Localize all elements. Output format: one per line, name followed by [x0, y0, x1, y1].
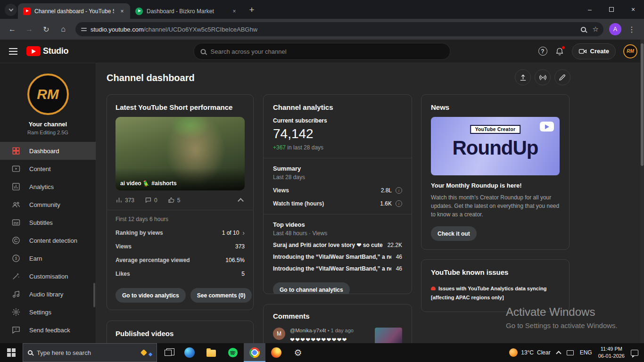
address-bar[interactable]: studio.youtube.com/channel/UCDo6YXw5c5RC… — [75, 22, 603, 36]
short-age-text: First 12 days 6 hours — [116, 216, 245, 222]
roundup-banner[interactable]: YouTube Creator RoundUp — [431, 117, 560, 175]
taskbar-settings[interactable]: ⚙ — [287, 343, 309, 362]
studio-search-bar[interactable] — [194, 43, 451, 60]
studio-account-avatar[interactable]: RM — [623, 44, 637, 58]
go-to-video-analytics-button[interactable]: Go to video analytics — [116, 288, 186, 303]
taskbar-spotify[interactable] — [222, 343, 244, 362]
forward-button[interactable]: → — [22, 22, 37, 37]
weather-temp: 13°C — [521, 349, 534, 356]
tray-chevron-up-icon[interactable] — [556, 351, 561, 356]
tab-youtube-studio[interactable]: Channel dashboard - YouTube S × — [18, 3, 130, 19]
window-controls: – × — [579, 0, 644, 19]
dashboard-main: Channel dashboard Latest YouTube Short p… — [96, 63, 640, 343]
subscribers-delta: +367 in last 28 days — [273, 144, 402, 151]
tab-close-icon[interactable]: × — [230, 7, 239, 16]
sidebar-item-analytics[interactable]: Analytics — [0, 178, 96, 196]
window-minimize-button[interactable]: – — [579, 0, 601, 19]
notifications-bell-icon[interactable] — [555, 47, 564, 56]
comment-video-thumbnail[interactable] — [375, 328, 402, 343]
info-icon[interactable]: i — [396, 200, 402, 207]
sidebar-item-content-detection[interactable]: Content detection — [0, 231, 96, 249]
tab-close-icon[interactable]: × — [118, 7, 126, 16]
collapse-chevron-icon[interactable] — [238, 198, 244, 204]
see-comments-button[interactable]: See comments (0) — [190, 288, 252, 303]
studio-sidebar: RM Your channel Ram Editing 2.5G Dashboa… — [0, 63, 96, 343]
studio-search-input[interactable] — [211, 48, 444, 55]
language-indicator[interactable]: ENG — [580, 349, 592, 356]
display-tray-icon[interactable] — [567, 350, 574, 355]
spotify-icon — [228, 347, 238, 358]
commenter-avatar[interactable]: M — [273, 328, 285, 340]
sidebar-item-subtitles[interactable]: Subtitles — [0, 214, 96, 231]
subtitles-icon — [11, 218, 21, 227]
browser-profile-avatar[interactable]: A — [609, 23, 621, 35]
info-icon[interactable]: i — [396, 187, 402, 194]
chevron-right-icon[interactable]: › — [242, 230, 245, 236]
top-video-row[interactable]: Introducing the “VitalWear SmartBand,” a… — [273, 265, 402, 272]
check-it-out-button[interactable]: Check it out — [431, 226, 477, 241]
studio-wordmark: Studio — [43, 46, 68, 56]
action-center-icon[interactable] — [631, 350, 638, 356]
top-video-row[interactable]: Introducing the “VitalWear SmartBand,” a… — [273, 254, 402, 260]
edit-button[interactable] — [554, 69, 570, 85]
home-button[interactable]: ⌂ — [56, 22, 71, 37]
window-maximize-button[interactable] — [601, 0, 622, 19]
page-scrollbar[interactable] — [640, 40, 644, 343]
sidebar-item-customisation[interactable]: Customisation — [0, 267, 96, 285]
browser-menu-icon[interactable]: ⋮ — [624, 22, 639, 37]
comment-item[interactable]: M @Monika-y7x4t • 1 day ago ❤❤❤❤❤❤❤❤❤❤❤ — [273, 328, 402, 343]
start-button[interactable] — [0, 343, 23, 362]
site-settings-icon[interactable] — [81, 28, 87, 31]
short-stats-row: 373 0 5 — [116, 197, 245, 204]
taskbar-clock[interactable]: 11:49 PM 06-01-2026 — [598, 346, 625, 360]
card-title: News — [431, 103, 560, 111]
sidebar-item-content[interactable]: Content — [0, 160, 96, 178]
clock-time: 11:49 PM — [598, 346, 625, 353]
card-title: Latest YouTube Short performance — [116, 103, 245, 111]
short-thumbnail[interactable]: ai video 🦜 #aishorts — [116, 117, 245, 190]
hamburger-menu-icon[interactable] — [0, 51, 26, 52]
channel-avatar[interactable]: RM — [27, 74, 69, 115]
url-text: studio.youtube.com/channel/UCDo6YXw5c5RC… — [91, 26, 257, 33]
maximize-icon — [609, 7, 614, 12]
subscribers-count: 74,142 — [273, 126, 402, 141]
reload-button[interactable]: ↻ — [39, 22, 54, 37]
top-video-row[interactable]: Suraj and Priti actor love story ❤ so cu… — [273, 242, 402, 248]
sidebar-item-send-feedback[interactable]: Send feedback — [0, 321, 96, 339]
help-icon[interactable]: ? — [538, 47, 547, 56]
task-view-button[interactable] — [157, 343, 179, 362]
taskbar-file-explorer[interactable] — [200, 343, 222, 362]
go-to-channel-analytics-button[interactable]: Go to channel analytics — [273, 282, 350, 294]
zoom-search-icon[interactable] — [581, 27, 586, 32]
taskbar-search-box[interactable] — [23, 343, 157, 362]
taskbar-weather[interactable]: 13°C Clear — [509, 348, 551, 357]
taskbar-edge[interactable] — [179, 343, 200, 362]
bookmark-star-icon[interactable]: ☆ — [593, 25, 599, 33]
taskbar-firefox[interactable] — [265, 343, 287, 362]
metric-row: Views 373 — [116, 243, 245, 250]
sidebar-item-dashboard[interactable]: Dashboard — [0, 142, 96, 160]
task-view-icon — [165, 350, 172, 356]
top-videos-period: Last 48 hours · Views — [273, 230, 402, 237]
window-close-button[interactable]: × — [622, 0, 644, 19]
go-live-button[interactable] — [535, 69, 551, 85]
taskbar-chrome[interactable] — [244, 343, 265, 362]
tab-bizkro-market[interactable]: Dashboard - Bizkro Market × — [130, 3, 242, 19]
sidebar-item-community[interactable]: Community — [0, 196, 96, 214]
sidebar-item-settings[interactable]: Settings — [0, 303, 96, 321]
summary-period: Last 28 days — [273, 174, 402, 181]
clock-date: 06-01-2026 — [598, 353, 625, 360]
back-button[interactable]: ← — [5, 22, 20, 37]
short-views-count: 373 — [125, 197, 134, 204]
youtube-studio-logo[interactable]: Studio — [26, 46, 68, 56]
create-button[interactable]: Create — [572, 43, 616, 59]
tab-search-button[interactable] — [5, 4, 17, 16]
new-tab-button[interactable]: + — [245, 3, 258, 16]
sidebar-item-earn[interactable]: $ Earn — [0, 249, 96, 267]
metric-row[interactable]: Ranking by views 1 of 10 › — [116, 230, 245, 236]
scrollbar-thumb[interactable] — [641, 43, 644, 166]
taskbar-search-input[interactable] — [37, 349, 137, 356]
sidebar-scrollbar-thumb[interactable] — [93, 283, 95, 307]
sidebar-item-audio-library[interactable]: Audio library — [0, 285, 96, 303]
upload-videos-button[interactable] — [515, 69, 531, 85]
